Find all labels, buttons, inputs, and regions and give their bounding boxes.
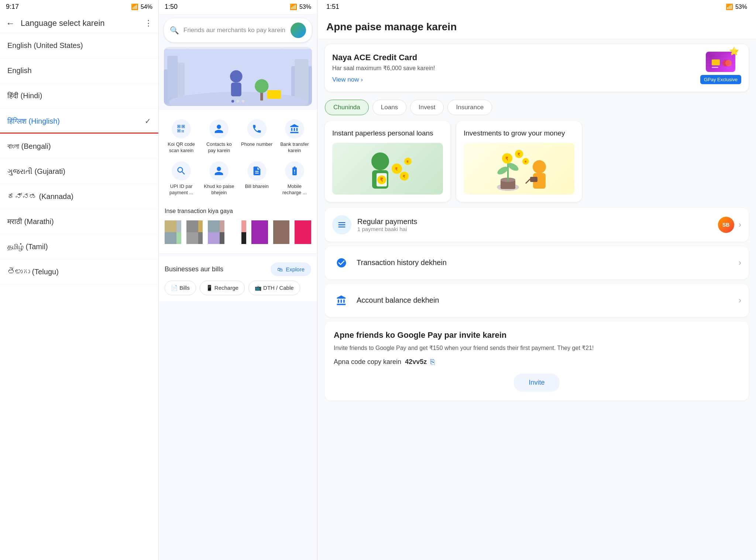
- svg-rect-33: [712, 59, 720, 65]
- quick-action-contacts[interactable]: Contacts ko pay karein: [200, 116, 238, 158]
- contact-avatar-1[interactable]: [165, 220, 181, 244]
- svg-point-12: [231, 100, 234, 102]
- search-bar[interactable]: 🔍 Friends aur merchants ko pay karein: [164, 18, 312, 42]
- invite-button[interactable]: Invite: [514, 374, 559, 392]
- credit-card-subtitle: Har saal maximum ₹6,000 save karein!: [332, 65, 435, 72]
- quick-action-qr[interactable]: Koi QR code scan karein: [162, 116, 200, 158]
- manage-header: Apne paise manage karein: [317, 14, 756, 39]
- account-balance-label: Account balance dekhein: [357, 296, 439, 305]
- svg-rect-21: [186, 232, 198, 244]
- quick-action-icon-bank: [285, 119, 304, 138]
- svg-rect-31: [295, 220, 311, 244]
- chevron-right-icon: ›: [739, 220, 741, 230]
- battery-display-1: 54%: [141, 4, 152, 10]
- contact-avatar-2[interactable]: [186, 220, 203, 244]
- view-now-link[interactable]: View now ›: [332, 76, 363, 83]
- language-item-te[interactable]: తెలుగు (Telugu): [0, 260, 158, 285]
- svg-rect-18: [176, 232, 181, 244]
- quick-action-icon-contacts: [209, 119, 228, 138]
- biz-chip-dth[interactable]: 📺 DTH / Cable: [248, 281, 300, 295]
- quick-action-label-upi: UPI ID par payment ...: [165, 183, 198, 196]
- language-item-mr[interactable]: मराठी (Marathi): [0, 209, 158, 234]
- language-item-hi[interactable]: हिंदी (Hindi): [0, 83, 158, 109]
- credit-card-title: Naya ACE Credit Card: [332, 53, 435, 62]
- quick-action-icon-upi: [172, 161, 191, 181]
- banner-illustration: [164, 47, 312, 106]
- page-title-language: Language select karein: [21, 18, 138, 28]
- filter-tab-loans[interactable]: Loans: [372, 100, 406, 115]
- account-balance-row[interactable]: Account balance dekhein ›: [325, 284, 749, 317]
- svg-text:₹: ₹: [406, 160, 409, 164]
- svg-point-7: [230, 70, 243, 83]
- transaction-history-row[interactable]: Transaction history dekhein ›: [325, 246, 749, 279]
- search-placeholder: Friends aur merchants ko pay karein: [183, 27, 285, 34]
- battery-display-2: 53%: [299, 4, 311, 10]
- quick-action-mobile[interactable]: Mobile recharge ...: [276, 158, 313, 200]
- contact-avatar-7[interactable]: [295, 220, 311, 244]
- contact-avatar-3[interactable]: [208, 220, 224, 244]
- explore-button[interactable]: 🛍 Explore: [271, 262, 311, 276]
- quick-actions-grid: Koi QR code scan kareinContacts ko pay k…: [159, 110, 317, 203]
- svg-point-13: [237, 100, 239, 102]
- status-icons-2: 📶 53%: [290, 3, 311, 10]
- invest-card[interactable]: Investments to grow your money ₹ ₹: [456, 121, 582, 202]
- svg-rect-15: [165, 220, 176, 232]
- language-list: English (United States)Englishहिंदी (Hin…: [0, 33, 158, 560]
- svg-rect-20: [198, 220, 203, 232]
- time-display-1: 9:17: [6, 3, 19, 11]
- regular-payments-sublabel: 1 payment baaki hai: [357, 226, 417, 232]
- account-balance-left: Account balance dekhein: [332, 291, 439, 310]
- back-button[interactable]: ←: [6, 18, 15, 28]
- regular-payments-row[interactable]: Regular payments 1 payment baaki hai SB …: [325, 208, 749, 242]
- transaction-history-left: Transaction history dekhein: [332, 254, 447, 272]
- svg-text:₹: ₹: [380, 177, 383, 183]
- quick-action-upi[interactable]: UPI ID par payment ...: [162, 158, 200, 200]
- svg-rect-19: [186, 220, 198, 232]
- language-item-en[interactable]: English: [0, 58, 158, 83]
- businesses-section: Businesses aur bills 🛍 Explore 📄 Bills📱 …: [159, 257, 317, 301]
- language-select-panel: 9:17 📶 54% ← Language select karein ⋮ En…: [0, 0, 159, 560]
- loans-card[interactable]: Instant paperless personal loans ₹ ₹ ₹: [325, 121, 450, 202]
- filter-tab-chuninda[interactable]: Chuninda: [325, 100, 369, 115]
- svg-rect-3: [167, 56, 178, 104]
- svg-text:₹: ₹: [395, 167, 398, 171]
- svg-rect-27: [241, 220, 246, 232]
- gpay-home-panel: 1:50 📶 53% 🔍 Friends aur merchants ko pa…: [159, 0, 317, 560]
- quick-action-phone[interactable]: Phone number: [238, 116, 276, 158]
- battery-display-3: 53%: [735, 4, 747, 10]
- language-item-kn[interactable]: ಕನ್ನಡ (Kannada): [0, 184, 158, 209]
- filter-tab-invest[interactable]: Invest: [410, 100, 444, 115]
- invite-section: Apne friends ko Google Pay par invite ka…: [325, 322, 749, 401]
- svg-text:₹: ₹: [518, 152, 520, 157]
- svg-rect-28: [241, 232, 246, 244]
- loans-illustration: ₹ ₹ ₹ ₹: [332, 143, 443, 195]
- credit-card-image: ✨ ⭐ GPay Exclusive: [700, 52, 741, 84]
- user-avatar[interactable]: [291, 23, 306, 38]
- biz-chip-bills[interactable]: 📄 Bills: [165, 281, 196, 295]
- feature-cards-row: Instant paperless personal loans ₹ ₹ ₹: [317, 121, 756, 208]
- language-item-hinglish[interactable]: हिंग्लिश (Hinglish)✓: [0, 109, 158, 134]
- filter-tab-insurance[interactable]: Insurance: [447, 100, 492, 115]
- contact-avatar-6[interactable]: [273, 220, 290, 244]
- explore-bag-icon: 🛍: [277, 266, 283, 272]
- quick-action-label-qr: Koi QR code scan karein: [165, 141, 198, 154]
- contact-avatar-5[interactable]: [251, 220, 268, 244]
- biz-chip-recharge[interactable]: 📱 Recharge: [200, 281, 245, 295]
- explore-label: Explore: [286, 266, 305, 272]
- quick-action-self[interactable]: Khud ko paise bhejein: [200, 158, 238, 200]
- contact-avatar-4[interactable]: [230, 220, 246, 244]
- quick-action-label-self: Khud ko paise bhejein: [202, 183, 236, 196]
- language-item-bn[interactable]: বাংলা (Bengali): [0, 134, 158, 159]
- language-item-gu[interactable]: ગુજરાતી (Gujarati): [0, 159, 158, 184]
- svg-rect-8: [231, 83, 241, 96]
- more-options-button[interactable]: ⋮: [144, 18, 152, 28]
- invite-button-row: Invite: [334, 374, 740, 392]
- card-star-icon: ⭐: [729, 47, 739, 56]
- quick-action-bill[interactable]: Bill bharein: [238, 158, 276, 200]
- language-item-en-us[interactable]: English (United States): [0, 33, 158, 58]
- time-display-2: 1:50: [165, 3, 178, 11]
- copy-icon[interactable]: ⎘: [430, 358, 435, 366]
- quick-action-bank[interactable]: Bank transfer karein: [276, 116, 313, 158]
- language-item-ta[interactable]: தமிழ் (Tamil): [0, 234, 158, 260]
- invite-code: 42vv5z: [405, 358, 427, 366]
